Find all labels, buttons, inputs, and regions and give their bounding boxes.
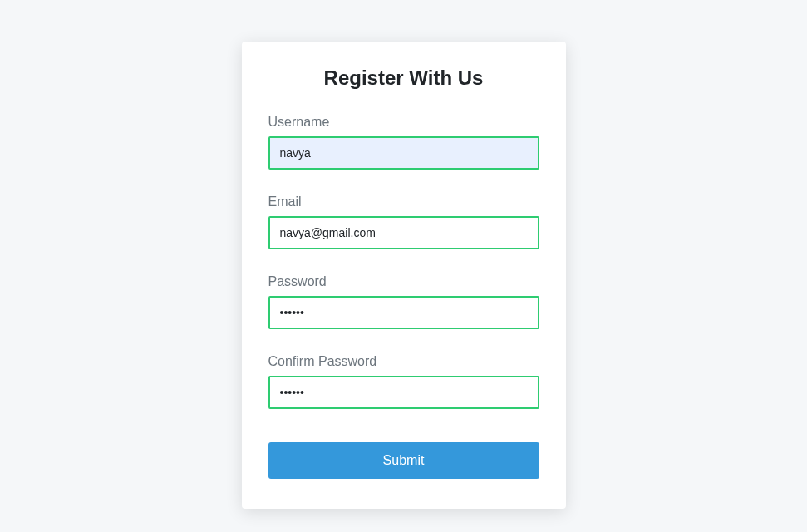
username-label: Username — [268, 115, 539, 130]
confirm-password-label: Confirm Password — [268, 354, 539, 369]
password-group: Password — [268, 274, 539, 329]
username-group: Username — [268, 115, 539, 170]
email-label: Email — [268, 195, 539, 209]
password-input[interactable] — [268, 296, 539, 329]
username-input[interactable] — [268, 136, 539, 170]
submit-button[interactable]: Submit — [268, 442, 539, 479]
confirm-password-input[interactable] — [268, 376, 539, 409]
email-input[interactable] — [268, 216, 539, 249]
form-title: Register With Us — [268, 66, 539, 90]
email-group: Email — [268, 195, 539, 249]
confirm-password-group: Confirm Password — [268, 354, 539, 409]
register-form-card: Register With Us Username Email Password… — [242, 42, 566, 509]
password-label: Password — [268, 274, 539, 289]
